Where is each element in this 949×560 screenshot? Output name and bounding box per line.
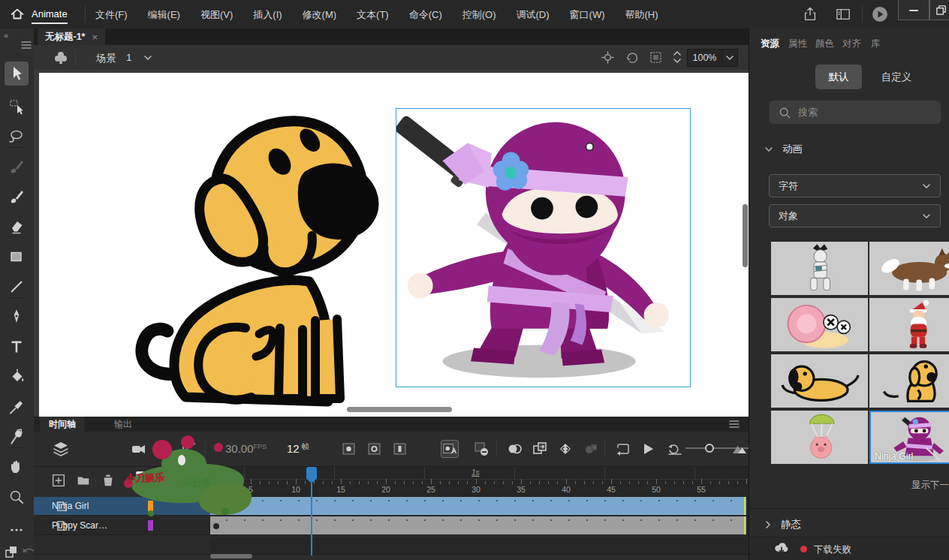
menu-item-4[interactable]: 修改(M)	[303, 8, 337, 22]
panel-tab-0[interactable]: 资源	[761, 38, 779, 50]
asset-thumbnail-ninja-girl[interactable]: Ninja Girl	[869, 411, 949, 464]
pen-tool-icon[interactable]	[8, 308, 26, 326]
menu-item-6[interactable]: 命令(C)	[409, 8, 442, 22]
ninja-artwork[interactable]	[396, 109, 689, 386]
workspace-icon[interactable]	[835, 7, 851, 22]
layer-color-swatch[interactable]	[148, 520, 153, 531]
timeline-horizontal-scrollbar[interactable]	[210, 554, 252, 558]
remove-frame-icon[interactable]	[472, 440, 490, 458]
asset-warp-tool-icon[interactable]	[8, 428, 26, 446]
edit-multiple-frames-icon[interactable]	[531, 440, 549, 458]
classic-brush-tool-icon[interactable]	[8, 188, 26, 206]
edit-symbols-icon[interactable]	[52, 49, 70, 67]
layer-row-0[interactable]: Ninja Girl	[34, 497, 210, 516]
show-next-link[interactable]: 显示下一个	[911, 479, 949, 492]
insert-frame-icon[interactable]	[391, 440, 409, 458]
timeline-zoom-knob[interactable]	[705, 444, 714, 453]
menu-item-2[interactable]: 视图(V)	[200, 8, 233, 22]
layers-view-icon[interactable]	[52, 440, 70, 458]
panel-tab-4[interactable]: 库	[871, 38, 881, 50]
menu-item-9[interactable]: 窗口(W)	[570, 8, 605, 22]
timeline-menu-icon[interactable]	[729, 420, 740, 429]
lock-all-icon[interactable]	[182, 472, 200, 490]
close-tab-icon[interactable]: ×	[92, 32, 98, 43]
menu-item-3[interactable]: 插入(I)	[253, 8, 282, 22]
selection-tool-icon[interactable]	[5, 62, 29, 86]
zoom-chevron-icon[interactable]	[722, 50, 737, 66]
rewind-icon[interactable]	[666, 440, 684, 458]
restore-button[interactable]	[929, 0, 949, 20]
panel-tab-1[interactable]: 属性	[788, 38, 807, 50]
rectangle-tool-icon[interactable]	[8, 248, 26, 266]
zoom-tool-icon[interactable]	[8, 488, 26, 506]
graph-editor-icon[interactable]	[179, 440, 197, 458]
asset-thumbnail-santa[interactable]	[869, 298, 949, 351]
stage[interactable]	[39, 73, 749, 417]
test-movie-icon[interactable]	[871, 5, 889, 23]
text-tool-icon[interactable]	[8, 338, 26, 356]
document-tab[interactable]: 无标题-1* ×	[38, 29, 105, 45]
empty-track-row[interactable]	[210, 536, 749, 555]
play-icon[interactable]	[639, 440, 657, 458]
menu-item-0[interactable]: 文件(F)	[95, 8, 128, 22]
center-stage-icon[interactable]	[601, 51, 614, 64]
asset-thumbnail-mummy[interactable]	[771, 242, 868, 295]
rotate-view-icon[interactable]	[625, 51, 639, 64]
layer-track-0[interactable]	[210, 497, 749, 516]
zoom-level-select[interactable]: 100%	[687, 49, 738, 67]
menu-item-10[interactable]: 帮助(H)	[625, 8, 658, 22]
loop-icon[interactable]	[613, 440, 631, 458]
more-tools-icon[interactable]	[8, 521, 26, 539]
section-static[interactable]: 静态	[764, 518, 801, 531]
timeline-ruler[interactable]: 1s 510152025303540455055	[210, 467, 749, 497]
new-folder-icon[interactable]	[75, 472, 93, 490]
character-dropdown[interactable]: 字符	[769, 174, 941, 197]
frame-rate[interactable]: 30.00FPS	[225, 442, 267, 455]
asset-thumbnail-puppy-lying[interactable]	[771, 354, 868, 408]
subselection-tool-icon[interactable]	[8, 98, 26, 116]
line-tool-icon[interactable]	[8, 278, 26, 296]
layer-color-swatch[interactable]	[148, 501, 153, 511]
tab-timeline[interactable]: 时间轴	[40, 417, 85, 432]
home-icon[interactable]	[9, 6, 26, 23]
share-icon[interactable]	[802, 6, 818, 23]
parent-layers-icon[interactable]	[154, 440, 172, 458]
menu-item-5[interactable]: 文本(T)	[357, 8, 389, 22]
auto-keyframe-icon[interactable]	[441, 440, 459, 458]
show-hide-all-icon[interactable]	[161, 472, 179, 490]
zoom-stepper[interactable]	[672, 49, 682, 65]
ninja-selection-box[interactable]	[396, 108, 691, 387]
panel-tab-3[interactable]: 对齐	[842, 38, 861, 50]
keyframe-dot[interactable]	[213, 504, 219, 510]
cloud-download-icon[interactable]	[773, 541, 790, 556]
camera-icon[interactable]	[130, 440, 148, 458]
eyedropper-tool-icon[interactable]	[8, 398, 26, 416]
asset-thumbnail-pig-parachute[interactable]	[771, 411, 868, 464]
tab-output[interactable]: 输出	[105, 417, 141, 432]
fit-timeline-icon[interactable]	[731, 440, 749, 458]
asset-thumbnail-snail[interactable]	[771, 298, 868, 351]
object-dropdown[interactable]: 对象	[769, 204, 941, 227]
lasso-tool-icon[interactable]	[8, 128, 26, 146]
minimize-button[interactable]	[898, 0, 929, 20]
mode-custom-button[interactable]: 自定义	[875, 65, 917, 89]
menu-item-1[interactable]: 编辑(E)	[148, 8, 180, 22]
layer-track-1[interactable]	[210, 516, 749, 535]
menu-item-8[interactable]: 调试(D)	[517, 8, 550, 22]
create-tween-icon[interactable]	[556, 440, 574, 458]
onion-skin-icon[interactable]	[505, 440, 523, 458]
camera-toggle[interactable]	[136, 471, 144, 491]
collapse-tools-icon[interactable]: «	[4, 31, 8, 40]
new-layer-icon[interactable]	[50, 472, 68, 490]
insert-blank-keyframe-icon[interactable]	[366, 440, 384, 458]
paint-bucket-tool-icon[interactable]	[8, 368, 26, 386]
empty-layer-row[interactable]	[34, 536, 210, 555]
keyframe-dot[interactable]	[213, 523, 219, 529]
menu-item-7[interactable]: 控制(O)	[462, 8, 496, 22]
app-title[interactable]: Animate	[32, 8, 68, 20]
asset-thumbnail-wolf[interactable]	[869, 242, 949, 295]
panel-tab-2[interactable]: 颜色	[815, 38, 834, 50]
section-animated[interactable]: 动画	[764, 143, 803, 156]
puppy-artwork[interactable]	[133, 80, 392, 414]
delete-layer-icon[interactable]	[100, 472, 118, 490]
